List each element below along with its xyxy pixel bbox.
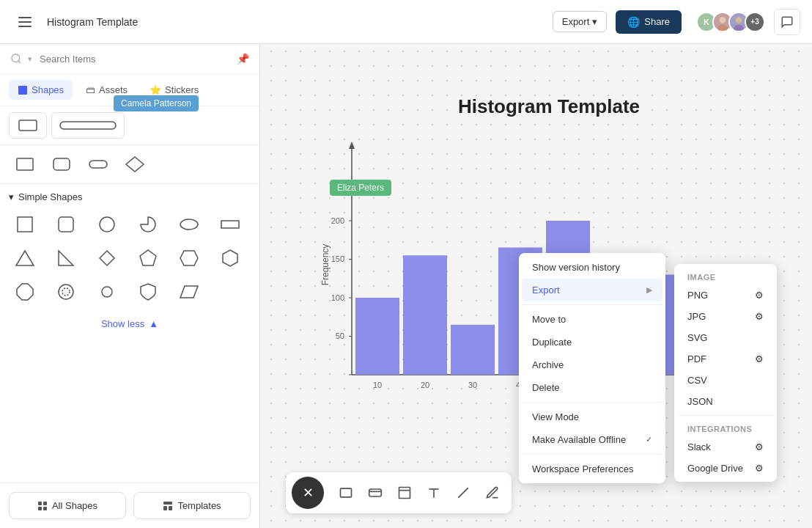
svg-point-8 [734,24,744,32]
svg-text:50: 50 [336,331,344,340]
shapes-tab-icon [18,85,28,95]
tool-line-button[interactable] [450,480,476,506]
shape-circle-outline[interactable] [50,277,82,307]
svg-point-9 [12,54,20,62]
menu-move-to[interactable]: Move to [522,308,662,331]
quick-rect[interactable] [9,150,41,179]
svg-point-21 [180,219,198,230]
svg-marker-27 [180,251,198,265]
menu-slack[interactable]: Slack ⚙ [677,436,774,458]
chevron-down-icon: ▾ [592,16,597,27]
menu-json[interactable]: JSON [677,391,774,412]
shape-partial-circle[interactable] [132,210,164,239]
tool-text-button[interactable] [421,480,447,506]
menu-svg[interactable]: SVG [677,327,774,348]
shape-group-2[interactable] [51,112,125,139]
collaborators-avatars: K +3 [696,12,765,32]
shape-group-1[interactable] [9,112,47,139]
shape-rounded-square[interactable] [50,210,82,239]
shape-hexagon-flat[interactable] [173,243,205,273]
menu-workspace-preferences[interactable]: Workspace Preferences [522,458,662,480]
shape-diamond[interactable] [91,243,123,273]
shape-shield[interactable] [132,277,164,307]
menu-button[interactable] [12,9,38,35]
menu-export[interactable]: Export ▶ [522,279,662,301]
gear-icon: ⚙ [755,311,764,322]
globe-icon: 🌐 [627,16,640,28]
close-fab-button[interactable]: ✕ [292,477,324,509]
svg-marker-26 [140,250,156,265]
gear-icon: ⚙ [755,463,764,474]
menu-png[interactable]: PNG ⚙ [677,285,774,306]
quick-stadium[interactable] [82,150,114,179]
menu-delete[interactable]: Delete [522,376,662,399]
tab-shapes[interactable]: Shapes [9,80,73,100]
shape-circle[interactable] [91,210,123,239]
svg-rect-38 [163,502,172,505]
menu-csv[interactable]: CSV [677,370,774,391]
menu-view-mode[interactable]: View Mode [522,406,662,428]
svg-text:20: 20 [421,381,429,389]
shape-triangle[interactable] [9,243,41,273]
svg-point-20 [100,217,114,232]
chevron-up-icon: ▲ [149,318,158,329]
svg-text:30: 30 [468,381,477,389]
svg-point-4 [720,17,726,23]
shape-pentagon[interactable] [132,243,164,273]
avatar-more: +3 [745,12,765,32]
templates-button[interactable]: Templates [133,492,251,519]
svg-marker-17 [126,157,144,172]
shape-octagon[interactable] [9,277,41,307]
tool-rectangle-button[interactable] [333,480,359,506]
share-button[interactable]: 🌐 Share [616,10,682,34]
svg-rect-18 [18,217,32,232]
show-less-button[interactable]: Show less ▲ [9,314,251,334]
svg-marker-43 [349,142,355,149]
svg-rect-62 [369,489,382,496]
svg-point-32 [102,287,112,297]
comments-button[interactable] [774,9,800,35]
simple-shapes-grid [9,210,251,307]
svg-marker-28 [223,250,237,266]
svg-text:100: 100 [331,293,344,302]
chevron-down-icon: ▾ [9,191,14,202]
tool-note-button[interactable] [391,480,418,506]
bar-20 [403,255,447,375]
menu-show-version-history[interactable]: Show version history [522,256,662,279]
export-button[interactable]: Export ▾ [553,11,608,32]
search-input[interactable] [40,54,231,65]
shape-wide-rect[interactable] [214,210,246,239]
bottom-toolbar: ✕ [286,472,512,513]
menu-google-drive[interactable]: Google Drive ⚙ [677,458,774,479]
gear-icon: ⚙ [755,290,764,301]
pin-icon[interactable]: 📌 [237,53,249,65]
svg-rect-40 [169,506,172,510]
all-shapes-button[interactable]: All Shapes [9,492,126,519]
quick-rounded-rect[interactable] [45,150,78,179]
shape-ellipse[interactable] [173,210,205,239]
tool-card-button[interactable] [362,480,388,506]
quick-diamond[interactable] [119,150,151,179]
svg-rect-1 [18,21,32,23]
cursor-eliza: Eliza Peters [330,180,391,196]
shape-hexagon[interactable] [214,243,246,273]
svg-text:150: 150 [331,254,344,263]
menu-divider-1 [522,304,662,305]
svg-rect-15 [53,158,70,170]
all-shapes-icon [37,501,48,511]
shape-right-triangle[interactable] [50,243,82,273]
bar-30 [451,325,495,375]
gear-icon: ⚙ [755,353,764,364]
menu-archive[interactable]: Archive [522,353,662,376]
menu-make-available-offline[interactable]: Make Available Offline ✓ [522,428,662,451]
simple-shapes-header[interactable]: ▾ Simple Shapes [9,191,251,202]
menu-pdf[interactable]: PDF ⚙ [677,348,774,370]
menu-duplicate[interactable]: Duplicate [522,331,662,353]
shape-parallelogram[interactable] [173,277,205,307]
svg-rect-2 [18,26,32,27]
shape-square[interactable] [9,210,41,239]
tool-pen-button[interactable] [479,480,506,506]
shape-small-circle[interactable] [91,277,123,307]
integrations-section-label: Integrations [677,419,774,436]
menu-jpg[interactable]: JPG ⚙ [677,306,774,327]
